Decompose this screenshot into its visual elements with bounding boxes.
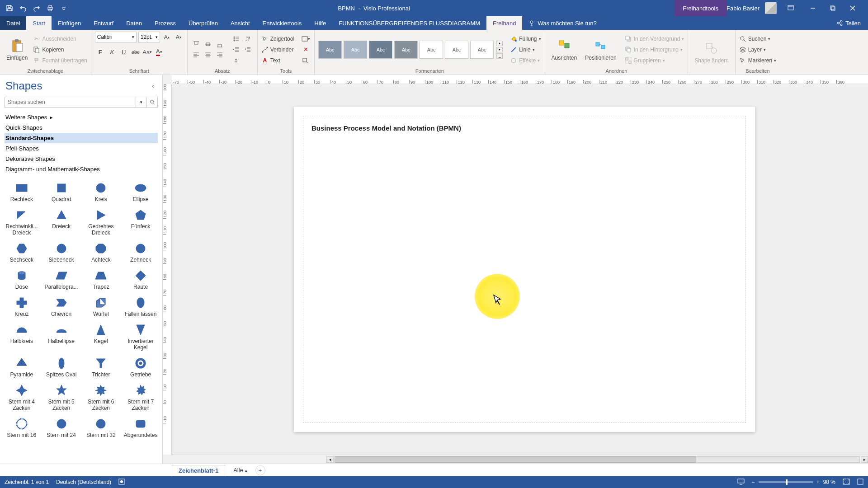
style-swatch-5[interactable]: Abc [420,41,443,59]
shape-raute[interactable]: Raute [122,267,160,292]
maximize-button[interactable] [823,0,843,16]
shapes-search-input[interactable] [5,97,136,107]
hscroll-right[interactable]: ▸ [861,456,868,463]
shape-trapez[interactable]: Trapez [82,267,120,292]
group-button[interactable]: Gruppieren ▾ [625,56,684,66]
close-button[interactable] [843,0,863,16]
align-bottom-button[interactable] [215,39,225,49]
shape-chevron[interactable]: Chevron [42,295,80,319]
shape-halbellipse[interactable]: Halbellipse [42,322,80,352]
increase-indent-button[interactable] [243,45,253,55]
add-sheet-button[interactable]: ＋ [255,465,265,475]
cut-button[interactable]: ✂Ausschneiden [33,34,87,44]
strike-button[interactable]: abc [130,47,141,57]
tab-einfuegen[interactable]: Einfügen [52,16,87,30]
font-color-button[interactable]: A▾ [154,47,165,57]
undo-icon[interactable] [19,4,27,12]
bring-front-button[interactable]: In den Vordergrund ▾ [625,34,684,44]
shape-stern-mit-32[interactable]: Stern mit 32 [82,416,120,440]
shape-stern-mit-6-zacken[interactable]: Stern mit 6 Zacken [82,382,120,413]
shape-quadrat[interactable]: Quadrat [42,180,80,204]
hscroll-thumb[interactable] [335,456,696,463]
redo-icon[interactable] [33,4,41,12]
zoom-in-button[interactable]: + [816,479,820,485]
shape-sechseck[interactable]: Sechseck [3,240,41,265]
collapse-pane-button[interactable]: ‹ [149,82,157,89]
shapes-search-dropdown[interactable]: ▾ [136,97,146,107]
text-tool[interactable]: AText [261,56,294,66]
font-name-selector[interactable]: Calibri▾ [95,32,137,42]
tab-daten[interactable]: Daten [120,16,148,30]
style-swatch-6[interactable]: Abc [445,41,468,59]
sheet-tab-active[interactable]: Zeichenblatt-1 [172,465,225,476]
shape-w-rfel[interactable]: Würfel [82,295,120,319]
tab-entwurf[interactable]: Entwurf [87,16,120,30]
shape-stern-mit-24[interactable]: Stern mit 24 [42,416,80,440]
shape-abgerundetes[interactable]: Abgerundetes [122,416,160,440]
shape-gedrehtes-dreieck[interactable]: Gedrehtes Dreieck [82,207,120,238]
shape-zehneck[interactable]: Zehneck [122,240,160,265]
clear-format-button[interactable] [243,34,253,44]
change-shape-button[interactable]: Shape ändern [692,40,731,65]
style-swatch-7[interactable]: Abc [470,41,494,59]
print-icon[interactable] [46,4,54,12]
stencil-math[interactable]: Diagramm- und Mathematik-Shapes [5,164,158,174]
shrink-font-button[interactable]: A▾ [174,32,184,42]
align-left-button[interactable] [191,50,201,60]
position-button[interactable]: Positionieren [582,38,619,62]
grow-font-button[interactable]: A▴ [162,32,172,42]
layer-button[interactable]: Layer ▾ [739,45,776,55]
sheet-tab-all[interactable]: Alle▴ [229,465,252,475]
drawing-page[interactable]: Business Process Model and Notation (BPM… [294,107,755,432]
decrease-indent-button[interactable] [231,45,241,55]
more-tools[interactable] [301,56,311,66]
page-heading-text[interactable]: Business Process Model and Notation (BPM… [311,124,737,132]
context-tab-freihandtools[interactable]: Freihandtools [675,0,726,16]
minimize-button[interactable] [803,0,823,16]
shape-stern-mit-4-zacken[interactable]: Stern mit 4 Zacken [3,382,41,413]
shape-kreuz[interactable]: Kreuz [3,295,41,319]
horizontal-scrollbar[interactable]: ◂ ▸ [172,455,868,464]
format-painter-button[interactable]: Format übertragen [33,56,87,66]
save-icon[interactable] [5,4,14,12]
tab-ansicht[interactable]: Ansicht [224,16,256,30]
tab-file[interactable]: Datei [0,16,26,30]
tell-me-search[interactable]: Was möchten Sie tun? [522,16,829,30]
shape-invertierter-kegel[interactable]: Invertierter Kegel [122,322,160,352]
find-button[interactable]: Suchen ▾ [739,34,776,44]
align-right-button[interactable] [215,50,225,60]
presentation-mode-icon[interactable] [737,479,745,486]
shape-achteck[interactable]: Achteck [82,240,120,265]
zoom-slider[interactable] [759,481,813,483]
shape-stern-mit-5-zacken[interactable]: Stern mit 5 Zacken [42,382,80,413]
shape-stern-mit-16[interactable]: Stern mit 16 [3,416,41,440]
tab-freihand[interactable]: Freihand [486,16,522,30]
user-name[interactable]: Fabio Basler [726,5,760,12]
shape-f-nfeck[interactable]: Fünfeck [122,207,160,238]
rotate-text-button[interactable] [231,56,241,66]
tab-crossfunctional[interactable]: FUNKTIONSÜBERGREIFENDES FLUSSDIAGRAMM [332,16,486,30]
shape-trichter[interactable]: Trichter [82,355,120,380]
shape-spitzes-oval[interactable]: Spitzes Oval [42,355,80,380]
tab-hilfe[interactable]: Hilfe [308,16,332,30]
connector-tool[interactable]: Verbinder [261,45,294,55]
shapes-search-go[interactable] [146,97,157,107]
stencil-arrows[interactable]: Pfeil-Shapes [5,143,158,154]
rectangle-tool[interactable]: ▾ [301,34,311,44]
change-case-button[interactable]: Aa▾ [142,47,153,57]
macro-recorder-icon[interactable] [118,479,125,486]
shape-stern-mit-7-zacken[interactable]: Stern mit 7 Zacken [122,382,160,413]
style-swatch-3[interactable]: Abc [369,41,392,59]
align-middle-button[interactable] [203,39,213,49]
stencil-more-shapes[interactable]: Weitere Shapes▸ [5,112,158,122]
shape-rechtwinkli-dreieck[interactable]: Rechtwinkli... Dreieck [3,207,41,238]
qat-customize-icon[interactable] [60,4,68,12]
underline-button[interactable]: U [118,47,129,57]
shape-pyramide[interactable]: Pyramide [3,355,41,380]
user-avatar[interactable] [765,2,777,14]
shape-kreis[interactable]: Kreis [82,180,120,204]
line-button[interactable]: Linie ▾ [510,45,541,55]
style-gallery[interactable]: Abc Abc Abc Abc Abc Abc Abc ▴▾⎯ [318,41,503,59]
shape-kegel[interactable]: Kegel [82,322,120,352]
hscroll-left[interactable]: ◂ [326,456,334,463]
